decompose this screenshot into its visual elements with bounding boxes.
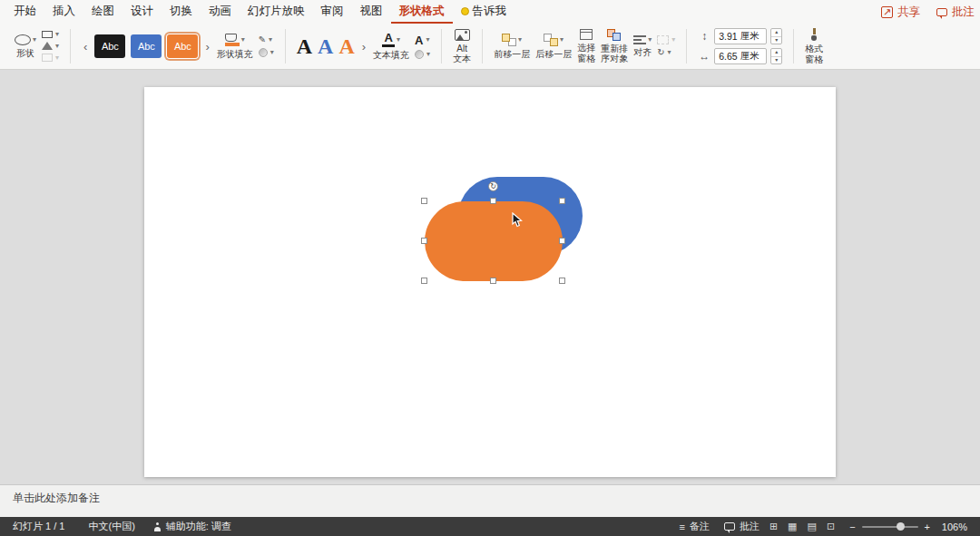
picture-icon: [455, 29, 470, 41]
height-icon: ↕: [698, 30, 710, 43]
text-outline-effects-column: A ▾ ▾: [415, 34, 430, 59]
tab-shape-format[interactable]: 形状格式: [391, 0, 453, 24]
tab-insert[interactable]: 插入: [44, 0, 83, 24]
text-outline-button[interactable]: A ▾: [415, 34, 430, 46]
notes-toggle[interactable]: ≡ 备注: [679, 520, 709, 533]
merge-shapes-button[interactable]: ▾: [42, 54, 59, 62]
comments-button[interactable]: 批注: [936, 5, 975, 20]
chevron-down-icon: ▾: [648, 36, 652, 44]
height-increment-button[interactable]: ▴: [771, 29, 781, 36]
tab-view[interactable]: 视图: [352, 0, 391, 24]
tab-slideshow[interactable]: 幻灯片放映: [240, 0, 313, 24]
selection-handle-nw[interactable]: [421, 198, 427, 204]
ribbon-divider: [793, 29, 794, 63]
rectangle-shape-button[interactable]: ▾: [42, 31, 59, 38]
wordart-style-black[interactable]: A: [297, 35, 312, 57]
reorder-objects-button[interactable]: 重新排 序对象: [601, 29, 628, 64]
selection-pane-button[interactable]: 选择 窗格: [577, 29, 595, 63]
notes-pane[interactable]: 单击此处添加备注: [0, 484, 980, 517]
wordart-gallery-next-button[interactable]: ›: [360, 40, 368, 54]
shape-fill-button[interactable]: ▾ 形状填充: [217, 34, 253, 60]
shape-effects-button[interactable]: ▾: [259, 48, 274, 57]
comment-bubble-icon: [724, 522, 735, 531]
share-label: 共享: [897, 5, 920, 20]
slideshow-view-button[interactable]: ⊡: [827, 521, 835, 532]
text-outline-icon: A: [415, 34, 423, 46]
pen-icon: ✎: [259, 35, 266, 44]
chevron-down-icon: ▾: [241, 36, 245, 44]
height-stepper[interactable]: ▴ ▾: [770, 28, 782, 44]
menu-bar-right: ↗ 共享 批注: [865, 0, 975, 24]
selection-handle-w[interactable]: [421, 238, 427, 244]
orange-rounded-rectangle-selected[interactable]: [425, 201, 563, 281]
width-increment-button[interactable]: ▴: [771, 49, 781, 56]
accessibility-checker[interactable]: 辅助功能: 调查: [153, 520, 231, 533]
chevron-down-icon: ▾: [269, 36, 272, 44]
shape-width-input[interactable]: 6.65 厘米: [714, 48, 767, 64]
rotation-handle[interactable]: ↻: [488, 181, 498, 191]
ribbon-divider: [686, 29, 687, 63]
chevron-down-icon: ▾: [560, 36, 564, 44]
selection-handle-sw[interactable]: [421, 278, 427, 284]
selection-handle-se[interactable]: [559, 278, 565, 284]
zoom-slider-thumb[interactable]: [897, 522, 905, 531]
share-button[interactable]: ↗ 共享: [881, 5, 920, 20]
group-objects-button[interactable]: ▾: [657, 35, 675, 44]
reorder-objects-icon: [607, 29, 622, 41]
reading-view-button[interactable]: ▤: [808, 521, 817, 532]
shape-style-blue[interactable]: Abc: [131, 34, 162, 58]
text-fill-icon: A: [382, 32, 395, 47]
selection-handle-e[interactable]: [559, 238, 565, 244]
zoom-controls: − + 106%: [849, 521, 967, 532]
zoom-slider[interactable]: [862, 526, 918, 528]
editing-canvas[interactable]: ↻: [0, 70, 980, 484]
send-backward-button[interactable]: ▾ 后移一层: [535, 34, 572, 60]
shape-style-orange-selected[interactable]: Abc: [167, 34, 198, 58]
zoom-in-button[interactable]: +: [925, 521, 930, 532]
text-fill-button[interactable]: A ▾ 文本填充: [373, 32, 409, 61]
slide[interactable]: ↻: [144, 87, 836, 477]
selection-handle-s[interactable]: [490, 278, 496, 284]
tab-tell-me[interactable]: 告诉我: [453, 0, 515, 24]
chevron-down-icon: ▾: [55, 43, 59, 50]
alt-text-button[interactable]: Alt 文本: [453, 29, 471, 64]
zoom-percentage[interactable]: 106%: [936, 521, 967, 532]
width-stepper[interactable]: ▴ ▾: [770, 48, 782, 64]
triangle-shape-button[interactable]: ▾: [42, 42, 59, 50]
style-gallery-next-button[interactable]: ›: [203, 40, 211, 54]
width-decrement-button[interactable]: ▾: [771, 56, 781, 63]
slide-sorter-view-button[interactable]: ▦: [788, 521, 797, 532]
shape-outline-button[interactable]: ✎ ▾: [259, 35, 274, 44]
text-effects-button[interactable]: ▾: [415, 50, 430, 59]
shape-style-black[interactable]: Abc: [94, 34, 125, 58]
slide-counter[interactable]: 幻灯片 1 / 1: [13, 520, 64, 533]
rotate-objects-button[interactable]: ↻ ▾: [657, 48, 675, 57]
shape-height-input[interactable]: 3.91 厘米: [714, 28, 767, 44]
tab-animations[interactable]: 动画: [201, 0, 240, 24]
style-gallery-prev-button[interactable]: ‹: [82, 40, 89, 54]
zoom-out-button[interactable]: −: [849, 521, 855, 532]
shape-outline-effects-column: ✎ ▾ ▾: [259, 35, 274, 57]
chevron-down-icon: ▾: [668, 49, 671, 56]
language-indicator[interactable]: 中文(中国): [88, 520, 134, 533]
comments-label: 批注: [952, 5, 975, 20]
comments-toggle[interactable]: 批注: [724, 520, 760, 533]
align-button[interactable]: ▾ 对齐: [633, 35, 652, 58]
tab-home[interactable]: 开始: [5, 0, 44, 24]
selection-handle-ne[interactable]: [559, 198, 565, 204]
width-icon: ↔: [698, 50, 710, 63]
wordart-style-blue[interactable]: A: [318, 35, 333, 57]
format-pane-button[interactable]: 格式 窗格: [805, 28, 823, 64]
bring-forward-button[interactable]: ▾ 前移一层: [494, 34, 530, 60]
normal-view-button[interactable]: ⊞: [769, 521, 778, 532]
tab-draw[interactable]: 绘图: [83, 0, 122, 24]
insert-shape-button[interactable]: ▾ 形状: [15, 34, 36, 59]
lightbulb-icon: [461, 7, 469, 15]
tab-transitions[interactable]: 切换: [162, 0, 201, 24]
shape-height-row: ↕ 3.91 厘米 ▴ ▾: [698, 28, 782, 44]
selection-handle-n[interactable]: [490, 198, 496, 204]
tab-design[interactable]: 设计: [122, 0, 162, 24]
height-decrement-button[interactable]: ▾: [771, 36, 781, 44]
wordart-style-orange[interactable]: A: [338, 35, 354, 57]
tab-review[interactable]: 审阅: [313, 0, 352, 24]
